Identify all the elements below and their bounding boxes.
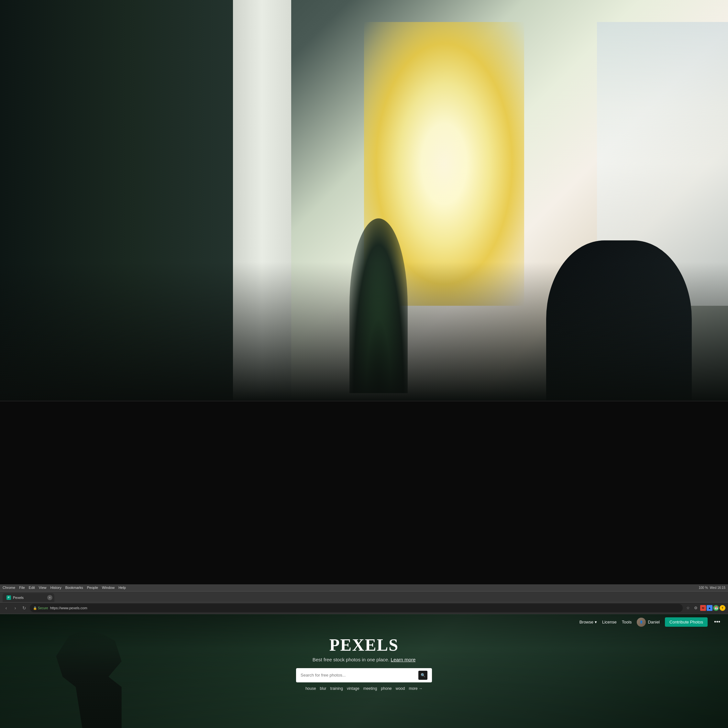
background-photo bbox=[0, 0, 349, 349]
bg-bottom-fade bbox=[0, 262, 349, 349]
